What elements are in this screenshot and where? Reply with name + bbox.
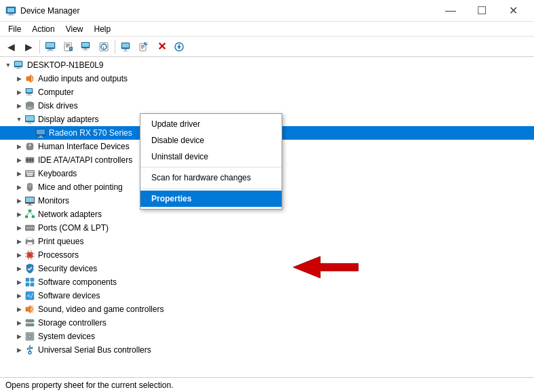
system-label: System devices: [38, 332, 95, 341]
menu-help[interactable]: Help: [89, 23, 117, 35]
ctx-separator-2: [140, 188, 282, 189]
tree-item-softwaredev[interactable]: ▶ </> Software devices: [0, 289, 534, 302]
svg-rect-5: [46, 43, 54, 47]
minimize-button[interactable]: —: [435, 0, 466, 22]
tree-root[interactable]: ▼ DESKTOP-N1BE0L9: [0, 58, 534, 72]
svg-rect-66: [28, 172, 30, 173]
tree-item-security[interactable]: ▶ Security devices: [0, 262, 534, 275]
badge-tb-button[interactable]: i: [96, 39, 112, 55]
svg-rect-104: [26, 278, 29, 281]
ports-label: Ports (COM & LPT): [38, 223, 109, 233]
ports-icon: [24, 222, 35, 233]
ctx-scan-hardware[interactable]: Scan for hardware changes: [140, 170, 282, 186]
keyboard-expand-arrow[interactable]: ▶: [14, 168, 24, 179]
print-expand-arrow[interactable]: ▶: [14, 236, 24, 247]
tree-item-audio[interactable]: ▶ Audio inputs and outputs: [0, 72, 534, 85]
delete-tb-button[interactable]: ✕: [153, 39, 170, 55]
tree-item-usb[interactable]: ▶ Universal Serial Bus controllers: [0, 343, 534, 357]
monitors-label: Monitors: [38, 196, 69, 205]
softwaredev-label: Software devices: [38, 291, 100, 300]
tree-item-processors[interactable]: ▶ Processors: [0, 248, 534, 262]
disk-expand-arrow[interactable]: ▶: [14, 100, 24, 111]
computer2-tb-button[interactable]: [78, 39, 94, 55]
props-tb-button[interactable]: [60, 39, 77, 55]
usb-expand-arrow[interactable]: ▶: [14, 345, 24, 355]
svg-rect-103: [28, 254, 31, 256]
back-button[interactable]: ◀: [3, 39, 19, 55]
svg-rect-53: [37, 130, 45, 134]
scan-driver-tb-button[interactable]: [136, 39, 152, 55]
svg-rect-51: [27, 123, 33, 124]
menu-view[interactable]: View: [60, 23, 89, 35]
system-expand-arrow[interactable]: ▶: [14, 331, 24, 342]
tree-item-sound[interactable]: ▶ Sound, video and game controllers: [0, 302, 534, 316]
ide-icon: [24, 155, 35, 165]
ctx-properties[interactable]: Properties: [140, 191, 282, 207]
svg-point-113: [32, 320, 33, 321]
arrow-indicator: [292, 254, 360, 281]
svg-marker-30: [145, 42, 147, 45]
window-title: Device Manager: [20, 6, 435, 16]
ctx-update-driver-label: Update driver: [151, 119, 200, 129]
ports-expand-arrow[interactable]: ▶: [14, 222, 24, 233]
svg-rect-79: [27, 205, 33, 205]
maximize-button[interactable]: ☐: [466, 0, 497, 22]
ctx-uninstall-device[interactable]: Uninstall device: [140, 149, 282, 165]
screen-tb-button[interactable]: [118, 39, 134, 55]
ide-expand-arrow[interactable]: ▶: [14, 155, 24, 165]
tree-item-network[interactable]: ▶ Network adapters: [0, 208, 534, 221]
display-expand-arrow[interactable]: ▼: [14, 114, 24, 125]
forward-button[interactable]: ▶: [20, 39, 37, 55]
svg-rect-3: [7, 15, 14, 16]
svg-rect-7: [47, 50, 54, 52]
system-icon: [24, 331, 35, 342]
svg-rect-77: [26, 197, 34, 202]
mice-icon: [24, 182, 35, 193]
audio-expand-arrow[interactable]: ▶: [14, 73, 24, 84]
svg-rect-1: [7, 8, 14, 12]
tree-item-storage[interactable]: ▶ Storage controllers: [0, 316, 534, 330]
root-expand-arrow[interactable]: ▼: [3, 60, 14, 71]
print-label: Print queues: [38, 237, 83, 246]
tree-item-disk[interactable]: ▶ Disk drives: [0, 99, 534, 113]
network-expand-arrow[interactable]: ▶: [14, 209, 24, 220]
title-bar: Device Manager — ☐ ✕: [0, 0, 534, 22]
download-tb-button[interactable]: [171, 39, 187, 55]
ctx-disable-device[interactable]: Disable device: [140, 132, 282, 149]
tree-item-print[interactable]: ▶ Print queues: [0, 235, 534, 248]
softwaredev-expand-arrow[interactable]: ▶: [14, 290, 24, 301]
usb-icon: [24, 345, 35, 355]
svg-rect-62: [32, 159, 33, 161]
tree-item-softwarecomp[interactable]: ▶ Software components: [0, 275, 534, 289]
storage-expand-arrow[interactable]: ▶: [14, 317, 24, 328]
computer-expand-arrow[interactable]: ▶: [14, 87, 24, 98]
softwarecomp-expand-arrow[interactable]: ▶: [14, 277, 24, 288]
disk-icon: [24, 100, 35, 111]
device-tree[interactable]: ▼ DESKTOP-N1BE0L9 ▶ Audio inputs and: [0, 57, 534, 377]
security-expand-arrow[interactable]: ▶: [14, 263, 24, 274]
window-controls: — ☐ ✕: [435, 0, 529, 22]
menu-action[interactable]: Action: [26, 23, 60, 35]
svg-rect-49: [26, 116, 34, 121]
sound-expand-arrow[interactable]: ▶: [14, 304, 24, 315]
monitors-expand-arrow[interactable]: ▶: [14, 195, 24, 206]
svg-rect-23: [122, 43, 129, 47]
svg-rect-37: [17, 67, 20, 68]
menu-file[interactable]: File: [3, 23, 26, 35]
keyboard-icon: [24, 168, 35, 179]
security-icon: [24, 263, 35, 274]
svg-marker-39: [26, 75, 31, 83]
svg-marker-24: [124, 49, 127, 51]
svg-marker-78: [28, 203, 31, 205]
hid-expand-arrow[interactable]: ▶: [14, 141, 24, 152]
svg-point-87: [28, 227, 30, 229]
close-button[interactable]: ✕: [497, 0, 529, 22]
mice-expand-arrow[interactable]: ▶: [14, 182, 24, 193]
tree-item-computer[interactable]: ▶ Computer: [0, 85, 534, 99]
tree-item-ports[interactable]: ▶ Ports (COM & LPT): [0, 221, 534, 235]
ctx-update-driver[interactable]: Update driver: [140, 116, 282, 132]
processors-expand-arrow[interactable]: ▶: [14, 250, 24, 260]
svg-point-47: [28, 107, 31, 109]
tree-item-system[interactable]: ▶ System devices: [0, 330, 534, 343]
computer-tb-button[interactable]: [43, 39, 59, 55]
